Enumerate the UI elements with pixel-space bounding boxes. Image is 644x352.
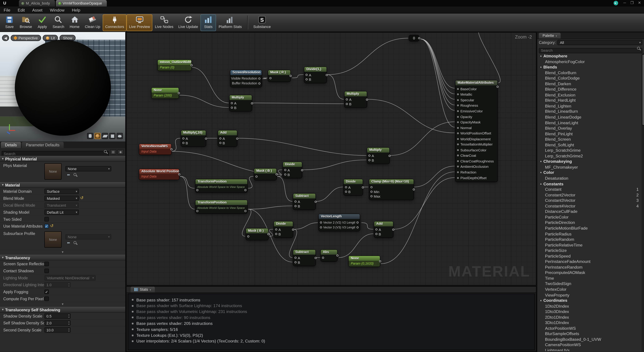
palette-item-blend-difference[interactable]: Blend_Difference xyxy=(537,87,641,92)
spinner-arrows-icon[interactable]: ▲▼ xyxy=(68,282,70,287)
output-pin[interactable] xyxy=(190,64,192,66)
palette-item-1dto3dindex[interactable]: 1Dto3DIndex xyxy=(537,309,641,314)
contact-shadows-checkbox[interactable] xyxy=(44,268,49,273)
menu-edit[interactable]: Edit xyxy=(14,6,28,13)
menu-help[interactable]: Help xyxy=(68,6,84,13)
palette-item-lerp-scratchgrime[interactable]: Lerp_ScratchGrime xyxy=(537,148,641,153)
graph-node-screenresolution[interactable]: ScreenResolutionVisible ResolutionBuffer… xyxy=(230,70,262,87)
doc-tab-m-alicia-body[interactable]: M_Alicia_body xyxy=(19,0,55,6)
viewport-perspective-button[interactable]: Perspective xyxy=(10,35,41,41)
browse-asset-icon[interactable] xyxy=(73,241,77,245)
spinner-arrows-icon[interactable]: ▲▼ xyxy=(68,314,70,318)
live-preview-button[interactable]: Live Preview xyxy=(126,14,152,31)
input-pin[interactable] xyxy=(294,201,296,203)
stats-button[interactable]: Stats xyxy=(200,14,216,31)
input-pin[interactable] xyxy=(457,160,459,162)
input-pin[interactable] xyxy=(457,105,459,106)
screen-space-reflection-checkbox[interactable] xyxy=(44,261,49,266)
tab-parameter-defaults[interactable]: Parameter Defaults xyxy=(22,142,64,148)
palette-group-coordinates[interactable]: ▲Coordinates xyxy=(537,298,641,303)
input-pin[interactable] xyxy=(320,226,322,228)
palette-item-actorpositionws[interactable]: ActorPositionWS xyxy=(537,326,641,331)
graph-node-subtract[interactable]: SubtractAB xyxy=(293,250,316,266)
output-pin[interactable] xyxy=(336,255,338,257)
menu-file[interactable]: File xyxy=(0,6,14,13)
graph-node-divide[interactable]: DivideAB xyxy=(274,221,293,237)
use-material-attributes-checkbox[interactable]: ✓ xyxy=(44,224,49,228)
palette-item-particlespeed[interactable]: ParticleSpeed xyxy=(537,253,641,259)
graph-node-abs[interactable]: Abs xyxy=(321,250,337,261)
output-pin[interactable] xyxy=(356,226,358,228)
input-pin[interactable] xyxy=(457,155,459,157)
input-pin[interactable] xyxy=(182,137,184,139)
browse-asset-icon[interactable] xyxy=(73,173,77,176)
menu-window[interactable]: Window xyxy=(46,6,68,13)
shape-plane-button[interactable] xyxy=(102,133,108,139)
minimize-button[interactable]: ─ xyxy=(621,0,628,6)
palette-item-blend-overlay[interactable]: Blend_Overlay xyxy=(537,126,641,131)
graph-node-absolute-world-position[interactable]: Absolute World PositionInput Data xyxy=(139,169,179,180)
palette-item-blend-linearlight[interactable]: Blend_LinearLight xyxy=(537,120,641,125)
tab-details[interactable]: Details xyxy=(1,142,21,148)
output-pin[interactable] xyxy=(356,221,358,223)
graph-node-multiply[interactable]: MultiplyAB xyxy=(345,91,367,108)
output-pin[interactable] xyxy=(362,186,364,188)
graph-node-mask-b[interactable]: Mask ( B ) xyxy=(254,169,276,180)
shape-sphere-button[interactable] xyxy=(94,133,100,139)
section-expander[interactable]: ▼ xyxy=(0,302,125,307)
palette-scrollbar[interactable] xyxy=(642,53,644,351)
output-pin[interactable] xyxy=(392,228,394,230)
compute-fog-per-pixel-checkbox[interactable] xyxy=(44,296,49,301)
filter-icon[interactable]: ▤ xyxy=(110,149,116,154)
graph-node-divide[interactable]: DivideAB xyxy=(344,179,363,195)
graph-node-multiply-10[interactable]: Multiply(,10)AB xyxy=(181,131,206,147)
scrollbar-thumb[interactable] xyxy=(642,54,644,126)
palette-item-lightmapuvs[interactable]: LightmapUVs xyxy=(537,348,641,351)
input-pin[interactable] xyxy=(370,186,372,188)
close-button[interactable]: ✕ xyxy=(636,0,643,6)
input-pin[interactable] xyxy=(457,127,459,129)
phys-material-asset-dropdown[interactable]: None▾ xyxy=(65,166,111,172)
graph-node-none[interactable]: NoneParam (0,1633) xyxy=(349,256,380,267)
viewport-lit-button[interactable]: Lit xyxy=(43,35,58,41)
graph-node-mask-b[interactable]: Mask ( B ) xyxy=(246,228,268,240)
directional-lighting-inten-number-field[interactable]: 1.0▲▼ xyxy=(44,282,70,287)
graph-node-mask-r[interactable]: Mask ( R ) xyxy=(268,70,290,82)
input-pin[interactable] xyxy=(275,233,277,235)
output-pin[interactable] xyxy=(258,77,260,79)
input-pin[interactable] xyxy=(457,116,459,118)
palette-item-particledirection[interactable]: ParticleDirection xyxy=(537,220,641,226)
apply-button[interactable]: Apply xyxy=(34,14,50,31)
input-pin[interactable] xyxy=(345,191,347,193)
palette-item-blend-colordodge[interactable]: Blend_ColorDodge xyxy=(537,76,641,81)
palette-item-perinstancerandom[interactable]: PerInstanceRandom xyxy=(537,264,641,270)
input-pin[interactable] xyxy=(375,228,377,230)
graph-node-vertexnormalws[interactable]: VertexNormalWSInput Data xyxy=(139,144,171,155)
palette-tab[interactable]: Palette ▾ xyxy=(539,33,561,38)
palette-item-constant2vector[interactable]: Constant2Vector2 xyxy=(537,192,641,198)
output-pin[interactable] xyxy=(496,86,498,88)
palette-item-boundingboxbased-0-1-uvw[interactable]: BoundingBoxBased_0-1_UVW xyxy=(537,337,641,342)
home-button[interactable]: Home xyxy=(67,14,82,31)
palette-item-blend-lighten[interactable]: Blend_Lighten xyxy=(537,103,641,109)
input-pin[interactable] xyxy=(196,189,198,191)
section-header[interactable]: ▾Physical Material xyxy=(0,156,125,162)
input-pin[interactable] xyxy=(346,103,348,105)
graph-node-mtoon-outlinewidth[interactable]: mtoon_OutlineWidthParam (0) xyxy=(158,60,191,71)
palette-item-particlerelativetime[interactable]: ParticleRelativeTime xyxy=(537,242,641,248)
palette-item-blend-pinlight[interactable]: Blend_PinLight xyxy=(537,131,641,137)
output-pin[interactable] xyxy=(388,155,390,157)
palette-item-constant3vector[interactable]: Constant3Vector3 xyxy=(537,198,641,203)
input-pin[interactable] xyxy=(284,174,286,176)
input-pin[interactable] xyxy=(231,102,233,104)
output-pin[interactable] xyxy=(236,137,238,139)
stats-tab[interactable]: Stats ▾ xyxy=(131,287,155,292)
save-button[interactable]: Save xyxy=(2,14,17,31)
input-pin[interactable] xyxy=(219,142,221,144)
palette-item-mf-chromakeyer[interactable]: MF_Chromakeyer xyxy=(537,165,641,170)
palette-item-perinstancefadeamount[interactable]: PerInstanceFadeAmount xyxy=(537,259,641,264)
palette-group-constants[interactable]: ▲Constants xyxy=(537,181,641,186)
output-pin[interactable] xyxy=(326,74,328,76)
input-pin[interactable] xyxy=(457,121,459,123)
connectors-button[interactable]: Connectors xyxy=(103,14,126,31)
